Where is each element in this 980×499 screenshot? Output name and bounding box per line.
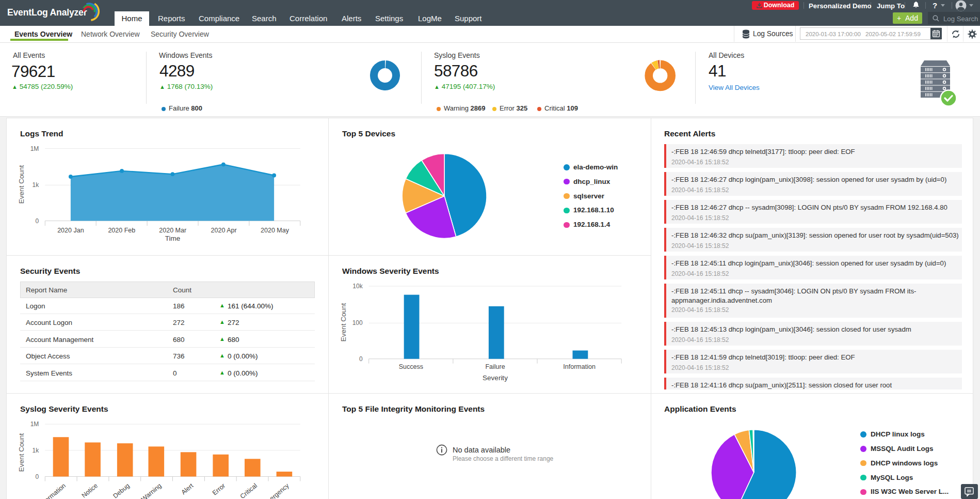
svg-text:1k: 1k [33,181,40,189]
svg-text:0: 0 [36,473,39,480]
svg-text:2020 Apr: 2020 Apr [211,227,237,234]
svg-text:2020 May: 2020 May [261,227,290,234]
svg-text:1M: 1M [30,420,39,428]
svg-text:10k: 10k [352,283,363,290]
svg-text:0: 0 [359,355,363,363]
svg-text:Information: Information [38,482,67,499]
svg-text:2020 Feb: 2020 Feb [108,227,135,234]
svg-text:Time: Time [165,235,181,242]
svg-text:Failure: Failure [485,363,505,370]
svg-text:2020 Mar: 2020 Mar [159,227,186,234]
svg-text:Success: Success [399,363,423,370]
svg-text:0: 0 [36,217,39,225]
svg-text:1M: 1M [30,145,39,152]
svg-text:Severity: Severity [483,374,508,382]
svg-text:Warning: Warning [140,482,163,499]
svg-text:Information: Information [563,363,596,370]
svg-text:2020 Jan: 2020 Jan [57,227,84,234]
svg-text:Emergency: Emergency [261,482,291,499]
svg-text:Critical: Critical [239,482,259,499]
svg-text:Event Count: Event Count [18,165,25,204]
svg-text:Debug: Debug [112,482,131,499]
svg-text:Error: Error [211,482,227,497]
svg-text:Event Count: Event Count [18,433,25,472]
svg-text:Alert: Alert [180,482,195,496]
svg-text:1k: 1k [33,447,40,454]
svg-text:Notice: Notice [81,482,99,499]
svg-text:Event Count: Event Count [340,303,347,342]
svg-text:100: 100 [352,319,363,326]
